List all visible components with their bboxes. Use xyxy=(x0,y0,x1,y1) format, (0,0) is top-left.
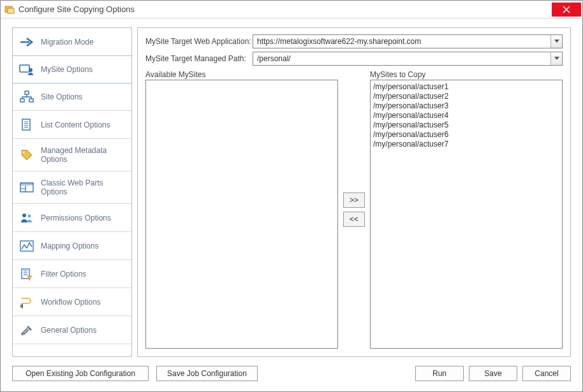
save-config-button[interactable]: Save Job Configuration xyxy=(156,366,258,381)
svg-rect-1 xyxy=(8,8,14,13)
sidebar-item-list-content-options[interactable]: List Content Options xyxy=(13,111,131,139)
chevron-down-icon xyxy=(550,35,562,48)
target-app-label: MySite Target Web Application: xyxy=(145,37,253,46)
chevron-down-icon xyxy=(550,52,562,65)
sidebar: Migration Mode MySite Options Site Optio… xyxy=(12,27,132,357)
sidebar-item-managed-metadata-options[interactable]: Managed Metadata Options xyxy=(13,139,131,171)
managed-path-value: /personal/ xyxy=(253,54,550,63)
sitemap-icon xyxy=(19,91,34,103)
right-pane: MySite Target Web Application: https://m… xyxy=(137,27,571,357)
tools-icon xyxy=(19,324,34,337)
list-item[interactable]: /my/personal/actuser4 xyxy=(373,111,559,120)
titlebar: Configure Site Copying Options xyxy=(1,1,582,18)
target-app-value: https://metalogixsoftware622-my.sharepoi… xyxy=(253,37,550,46)
copy-listbox[interactable]: /my/personal/actuser1/my/personal/actuse… xyxy=(370,80,563,349)
sidebar-item-label: Classic Web Parts Options xyxy=(41,178,125,196)
users-icon xyxy=(19,63,34,76)
sidebar-item-label: MySite Options xyxy=(41,65,92,74)
target-app-combo[interactable]: https://metalogixsoftware622-my.sharepoi… xyxy=(253,34,563,48)
svg-rect-6 xyxy=(29,99,33,102)
move-right-button[interactable]: >> xyxy=(343,192,365,208)
sidebar-item-site-options[interactable]: Site Options xyxy=(13,83,131,111)
list-item[interactable]: /my/personal/actuser1 xyxy=(373,82,559,92)
window-title: Configure Site Copying Options xyxy=(18,4,135,14)
sidebar-item-filter-options[interactable]: Filter Options xyxy=(13,260,131,288)
close-button[interactable] xyxy=(552,3,581,17)
sidebar-item-classic-web-parts-options[interactable]: Classic Web Parts Options xyxy=(13,171,131,204)
list-item[interactable]: /my/personal/actuser2 xyxy=(373,92,559,101)
list-item[interactable]: /my/personal/actuser5 xyxy=(373,120,559,130)
svg-rect-4 xyxy=(25,91,29,94)
app-icon xyxy=(4,4,15,15)
filter-icon xyxy=(19,268,34,280)
arrow-right-icon xyxy=(19,36,34,48)
svg-point-12 xyxy=(28,214,31,217)
run-button[interactable]: Run xyxy=(415,366,464,381)
list-item[interactable]: /my/personal/actuser3 xyxy=(373,101,559,111)
sidebar-item-label: Migration Mode xyxy=(41,38,94,47)
svg-point-15 xyxy=(21,333,24,335)
available-listbox[interactable] xyxy=(145,80,338,349)
svg-point-3 xyxy=(29,68,33,72)
sidebar-item-label: General Options xyxy=(41,326,96,335)
open-config-button[interactable]: Open Existing Job Configuration xyxy=(12,366,149,381)
close-icon xyxy=(563,6,570,13)
bottom-bar: Open Existing Job Configuration Save Job… xyxy=(12,357,571,382)
sidebar-item-general-options[interactable]: General Options xyxy=(13,316,131,344)
sidebar-item-mysite-options[interactable]: MySite Options xyxy=(12,55,132,83)
svg-rect-7 xyxy=(22,119,30,130)
managed-path-combo[interactable]: /personal/ xyxy=(253,52,563,66)
svg-point-11 xyxy=(22,214,26,217)
mapping-icon xyxy=(19,240,34,252)
list-item[interactable]: /my/personal/actuser6 xyxy=(373,130,559,140)
sidebar-item-label: Site Options xyxy=(41,92,82,101)
sidebar-item-label: Mapping Options xyxy=(41,242,99,250)
sidebar-item-mapping-options[interactable]: Mapping Options xyxy=(13,232,131,260)
available-header: Available MySites xyxy=(145,70,338,79)
sidebar-item-label: Managed Metadata Options xyxy=(41,146,125,164)
sidebar-item-label: Filter Options xyxy=(41,270,86,279)
list-item[interactable]: /my/personal/actuser7 xyxy=(373,140,559,149)
svg-rect-2 xyxy=(20,65,29,72)
sidebar-item-workflow-options[interactable]: Workflow Options xyxy=(13,288,131,316)
document-icon xyxy=(19,119,34,131)
svg-rect-5 xyxy=(20,99,24,102)
sidebar-item-label: List Content Options xyxy=(41,120,110,129)
sidebar-item-migration-mode[interactable]: Migration Mode xyxy=(13,28,131,56)
move-left-button[interactable]: << xyxy=(343,212,365,227)
svg-rect-10 xyxy=(20,183,33,185)
cancel-button[interactable]: Cancel xyxy=(522,366,571,381)
sidebar-item-permissions-options[interactable]: Permissions Options xyxy=(13,204,131,232)
sidebar-item-label: Workflow Options xyxy=(41,298,101,307)
workflow-icon xyxy=(19,296,34,309)
save-button[interactable]: Save xyxy=(469,366,517,381)
sidebar-item-label: Permissions Options xyxy=(41,214,111,222)
copy-header: MySites to Copy xyxy=(370,70,563,79)
managed-path-label: MySite Target Managed Path: xyxy=(145,54,253,63)
layout-icon xyxy=(19,181,34,194)
svg-point-8 xyxy=(23,152,25,154)
tag-icon xyxy=(19,149,34,161)
people-icon xyxy=(19,212,34,224)
